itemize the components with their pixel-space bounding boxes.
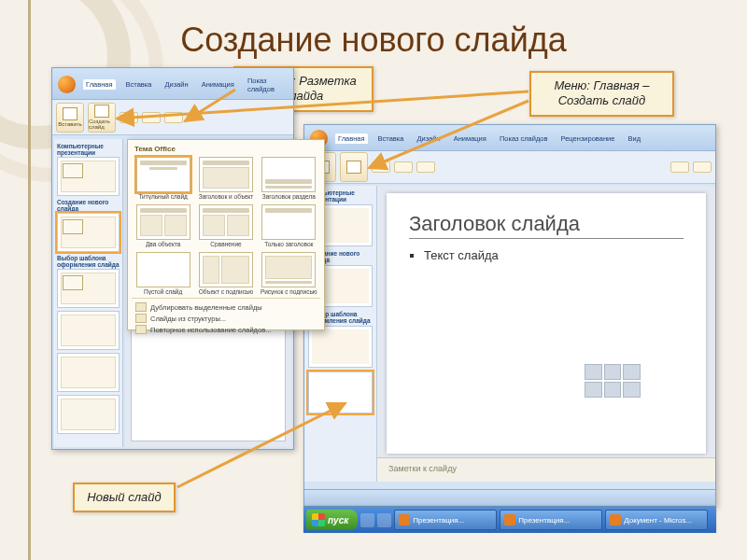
- layout-blank[interactable]: [136, 252, 190, 287]
- ribbon-tools-right: [304, 151, 715, 184]
- tab-review[interactable]: Рецензирование: [558, 133, 618, 144]
- content-placeholder-icons[interactable]: [585, 364, 641, 398]
- tab-home[interactable]: Главная: [83, 79, 116, 90]
- layout-gallery-popup: Тема Office Титульный слайд Заголовок и …: [127, 139, 325, 330]
- tab-slideshow[interactable]: Показ слайдов: [497, 133, 551, 144]
- status-bar: [304, 489, 715, 506]
- tab-insert[interactable]: Вставка: [375, 133, 407, 144]
- ribbon-mini-a[interactable]: [372, 161, 390, 173]
- slide-thumb-6[interactable]: [57, 395, 120, 434]
- callout-new-slide: Новый слайд: [73, 483, 176, 512]
- ribbon-mini-b[interactable]: [394, 161, 413, 173]
- layout-grid: Титульный слайд Заголовок и объект Загол…: [132, 154, 320, 295]
- page-title: Создание нового слайда: [0, 21, 747, 60]
- slide-title-placeholder[interactable]: Заголовок слайда: [409, 212, 684, 239]
- office-orb-icon[interactable]: [58, 76, 76, 93]
- thumb-sec-2: Создание нового слайда: [57, 199, 120, 212]
- callout-menu-new-slide: Меню: Главная – Создать слайд: [529, 71, 674, 117]
- tab-design[interactable]: Дизайн: [414, 133, 443, 144]
- notes-pane[interactable]: Заметки к слайду: [377, 457, 715, 482]
- layout-title-only[interactable]: [261, 204, 316, 240]
- ribbon-tabs-right: Главная Вставка Дизайн Анимация Показ сл…: [304, 125, 715, 151]
- ribbon-mini-e[interactable]: [693, 161, 712, 173]
- layout-content-caption[interactable]: [199, 252, 253, 287]
- layout-comparison[interactable]: [199, 204, 253, 240]
- taskbar-item-1[interactable]: Презентация...: [394, 510, 497, 530]
- layout-extra-reuse[interactable]: Повторное использование слайдов...: [135, 324, 317, 335]
- layout-title-slide[interactable]: [136, 157, 190, 192]
- layout-section-header[interactable]: [261, 157, 316, 192]
- tab-animations[interactable]: Анимация: [199, 79, 237, 90]
- new-slide-button[interactable]: Создать слайд: [88, 103, 116, 133]
- ribbon-tools-left: Вставить Создать слайд: [52, 100, 293, 135]
- ribbon-mini-3[interactable]: [164, 112, 183, 123]
- slide-thumb-4[interactable]: [57, 311, 120, 350]
- quicklaunch-1[interactable]: [360, 513, 374, 527]
- thumbnail-pane-left[interactable]: Компьютерные презентации Создание нового…: [54, 139, 123, 447]
- thumb-sec-1: Компьютерные презентации: [57, 143, 120, 156]
- windows-taskbar: пуск Презентация... Презентация... Докум…: [303, 507, 716, 533]
- slide-body-placeholder[interactable]: Текст слайда: [409, 248, 684, 262]
- layout-extra-duplicate[interactable]: Дублировать выделенные слайды: [135, 301, 317, 313]
- new-slide-label: Создать слайд: [89, 119, 115, 130]
- ribbon-tabs-left: Главная Вставка Дизайн Анимация Показ сл…: [52, 68, 293, 100]
- slide-thumb-1[interactable]: [57, 157, 120, 196]
- tab-slideshow[interactable]: Показ слайдов: [245, 76, 288, 94]
- slide-canvas[interactable]: Заголовок слайда Текст слайда: [387, 193, 706, 454]
- tab-view[interactable]: Вид: [625, 133, 643, 144]
- decorative-strip: [28, 0, 31, 560]
- slide-thumb-3[interactable]: [57, 269, 120, 308]
- layout-two-content[interactable]: [136, 204, 190, 240]
- new-slide-button-right[interactable]: [340, 152, 368, 182]
- start-button[interactable]: пуск: [306, 510, 358, 530]
- paste-button[interactable]: Вставить: [56, 103, 84, 133]
- quicklaunch-2[interactable]: [377, 513, 391, 527]
- ribbon-mini-1[interactable]: [120, 112, 138, 123]
- tab-home[interactable]: Главная: [335, 133, 368, 144]
- taskbar-item-2[interactable]: Презентация...: [500, 510, 602, 530]
- layout-extra-outline[interactable]: Слайды из структуры...: [135, 313, 317, 324]
- taskbar-item-3[interactable]: Документ - Micros...: [605, 510, 708, 530]
- slide-thumb-5[interactable]: [57, 353, 120, 392]
- powerpoint-window-layouts: Главная Вставка Дизайн Анимация Показ сл…: [51, 67, 294, 450]
- clipboard-icon: [63, 107, 78, 120]
- tab-animations[interactable]: Анимация: [451, 133, 489, 144]
- tab-insert[interactable]: Вставка: [123, 79, 155, 90]
- thumb-sec-3: Выбор шаблона оформления слайда: [57, 255, 120, 268]
- slide-thumb-r4-new[interactable]: [308, 371, 373, 413]
- powerpoint-window-main: Главная Вставка Дизайн Анимация Показ сл…: [303, 124, 716, 507]
- new-slide-icon: [346, 161, 361, 174]
- slide-thumb-2[interactable]: [57, 213, 120, 252]
- ribbon-mini-2[interactable]: [142, 112, 161, 123]
- ribbon-mini-d[interactable]: [670, 161, 689, 173]
- ribbon-mini-c[interactable]: [416, 161, 435, 173]
- layout-picture-caption[interactable]: [261, 252, 316, 287]
- tab-design[interactable]: Дизайн: [162, 79, 190, 90]
- new-slide-icon: [94, 105, 109, 118]
- layout-title-content[interactable]: [199, 157, 253, 192]
- slide-bullet-text: Текст слайда: [424, 248, 684, 262]
- paste-label: Вставить: [58, 121, 81, 127]
- layout-theme-label: Тема Office: [132, 144, 320, 154]
